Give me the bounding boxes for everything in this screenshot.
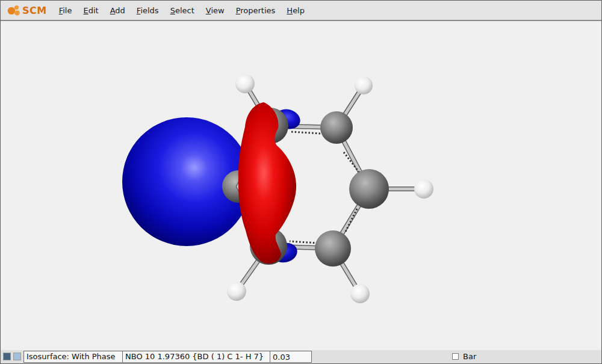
menu-properties[interactable]: Properties (235, 4, 277, 17)
phase-color-swatch-dark[interactable] (3, 353, 11, 360)
hydrogen-atom-bottom-right[interactable] (350, 284, 370, 303)
isovalue-input[interactable] (270, 351, 312, 363)
isosurface-mode-select[interactable]: Isosurface: With Phase (23, 351, 123, 363)
carbon-atom-c3[interactable] (349, 169, 389, 209)
scm-adfview-window: { "window": { "app": "SCM ADF GUI 3D vie… (0, 0, 602, 364)
menubar: SCM File Edit Add Fields Select View Pro… (1, 1, 601, 21)
carbon-atom-c2[interactable] (320, 111, 353, 144)
hydrogen-atom-bottom-left[interactable] (227, 282, 246, 301)
bar-checkbox[interactable] (452, 353, 459, 360)
menu-help[interactable]: Help (285, 4, 306, 17)
phase-color-swatch-light[interactable] (13, 353, 21, 360)
menu-items: File Edit Add Fields Select View Propert… (58, 4, 306, 17)
scm-logo-text: SCM (22, 5, 47, 16)
menu-view[interactable]: View (205, 4, 226, 17)
menu-select[interactable]: Select (169, 4, 196, 17)
orbital-select[interactable]: NBO 10 1.97360 {BD ( 1) C 1- H 7} (122, 351, 270, 363)
hydrogen-atom-top-left[interactable] (235, 74, 255, 93)
carbon-atom-c4[interactable] (315, 230, 351, 267)
molecule-scene[interactable] (1, 21, 602, 351)
menu-add[interactable]: Add (109, 4, 126, 17)
scm-logo-dots-icon (5, 3, 21, 17)
hydrogen-atom-right[interactable] (414, 179, 433, 199)
menu-file[interactable]: File (58, 4, 73, 17)
statusbar: Isosurface: With Phase NBO 10 1.97360 {B… (1, 350, 602, 363)
hydrogen-atom-top-right[interactable] (355, 76, 373, 94)
molecule-3d-viewport[interactable] (1, 21, 602, 351)
menu-edit[interactable]: Edit (82, 4, 99, 17)
bar-checkbox-label: Bar (463, 352, 476, 361)
scm-logo: SCM (5, 3, 47, 17)
menu-fields[interactable]: Fields (135, 4, 160, 17)
